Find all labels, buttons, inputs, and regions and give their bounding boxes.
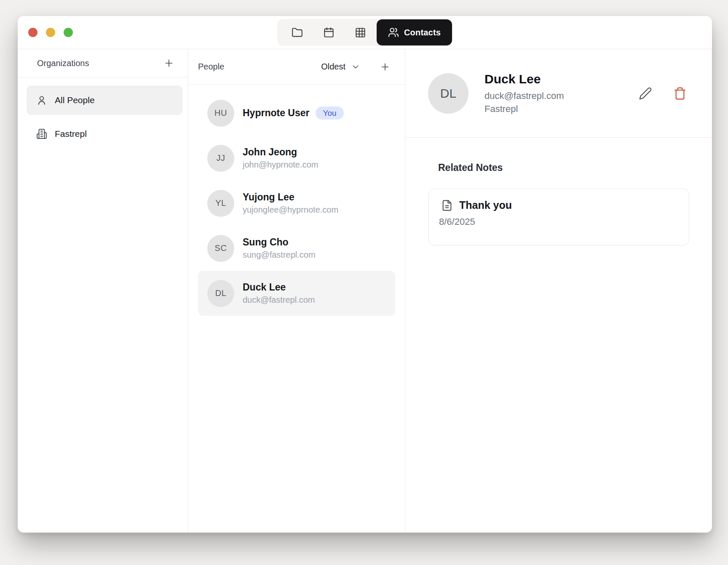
calendar-icon [323, 27, 335, 38]
person-email: sung@fastrepl.com [243, 250, 316, 260]
traffic-lights [28, 16, 73, 49]
calendar-view-button[interactable] [313, 19, 345, 46]
people-panel: People Oldest HU Hyprnote [188, 49, 405, 533]
person-name: Hyprnote User [243, 107, 309, 119]
person-name: John Jeong [243, 147, 318, 158]
people-title: People [198, 62, 321, 72]
delete-contact-button[interactable] [673, 87, 687, 100]
sort-label: Oldest [321, 62, 345, 72]
sidebar-item-fastrepl[interactable]: Fastrepl [27, 119, 182, 149]
person-row-john-jeong[interactable]: JJ John Jeong john@hyprnote.com [198, 136, 395, 181]
notes-view-button[interactable] [281, 19, 313, 46]
person-icon [36, 95, 47, 106]
person-row-duck-lee[interactable]: DL Duck Lee duck@fastrepl.com [198, 271, 395, 316]
person-name: Yujong Lee [243, 192, 338, 203]
organizations-title: Organizations [37, 59, 162, 68]
person-name: Duck Lee [243, 282, 315, 293]
person-email: john@hyprnote.com [243, 160, 318, 170]
table-icon [355, 27, 366, 38]
plus-icon [163, 58, 174, 69]
organizations-sidebar: Organizations All People [18, 49, 188, 533]
plus-icon [380, 61, 391, 72]
zoom-button[interactable] [64, 28, 73, 37]
contact-detail-panel: DL Duck Lee duck@fastrepl.com Fastrepl [405, 49, 712, 533]
avatar: DL [207, 280, 234, 307]
contacts-icon [388, 27, 399, 38]
note-card[interactable]: Thank you 8/6/2025 [428, 189, 689, 245]
note-date: 8/6/2025 [439, 216, 679, 227]
sort-dropdown[interactable]: Oldest [321, 62, 360, 72]
table-view-button[interactable] [345, 19, 376, 46]
tab-contacts-label: Contacts [404, 28, 441, 37]
avatar: DL [428, 73, 468, 114]
app-window: Contacts Organizations All People [18, 16, 712, 533]
close-button[interactable] [28, 28, 37, 37]
person-row-hyprnote-user[interactable]: HU Hyprnote User You [198, 91, 395, 136]
add-organization-button[interactable] [162, 56, 176, 70]
main-content: Organizations All People [18, 49, 712, 533]
chevron-down-icon [351, 62, 360, 72]
edit-contact-button[interactable] [639, 87, 652, 100]
pencil-icon [639, 87, 652, 100]
sidebar-item-all-people[interactable]: All People [27, 85, 182, 115]
people-list: HU Hyprnote User You JJ John Jeong john@… [188, 85, 405, 316]
people-header: People Oldest [188, 49, 405, 85]
contact-name: Duck Lee [484, 72, 564, 86]
view-switcher: Contacts [277, 19, 452, 46]
avatar: YL [207, 190, 234, 217]
related-notes-title: Related Notes [438, 162, 712, 173]
person-email: duck@fastrepl.com [243, 295, 315, 305]
you-badge: You [316, 107, 343, 120]
contact-email: duck@fastrepl.com [484, 91, 564, 101]
person-row-sung-cho[interactable]: SC Sung Cho sung@fastrepl.com [198, 226, 395, 271]
person-row-yujong-lee[interactable]: YL Yujong Lee yujonglee@hyprnote.com [198, 181, 395, 226]
contact-organization: Fastrepl [484, 104, 564, 115]
note-title: Thank you [459, 199, 512, 211]
trash-icon [673, 87, 687, 100]
related-notes-section: Related Notes Thank you 8/6/2025 [405, 138, 712, 245]
sidebar-item-label: All People [55, 95, 95, 105]
title-bar: Contacts [18, 16, 712, 49]
person-email: yujonglee@hyprnote.com [243, 205, 338, 215]
organizations-header: Organizations [18, 49, 188, 77]
organizations-list: All People Fastrepl [18, 77, 188, 149]
folder-icon [292, 27, 303, 38]
avatar: HU [207, 100, 234, 127]
tab-contacts[interactable]: Contacts [377, 19, 452, 45]
avatar: JJ [207, 145, 234, 172]
person-name: Sung Cho [243, 237, 316, 248]
contact-detail-header: DL Duck Lee duck@fastrepl.com Fastrepl [405, 49, 712, 138]
sidebar-item-label: Fastrepl [55, 129, 87, 139]
minimize-button[interactable] [46, 28, 55, 37]
file-text-icon [441, 200, 453, 211]
building-icon [36, 128, 47, 139]
avatar: SC [207, 235, 234, 262]
add-person-button[interactable] [378, 60, 392, 74]
